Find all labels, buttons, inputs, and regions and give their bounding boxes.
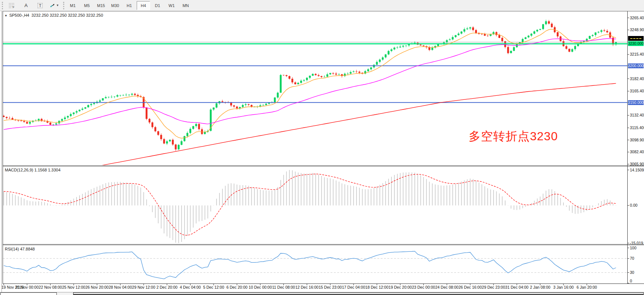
- rsi-panel[interactable]: [3, 251, 627, 279]
- date-label: 5 Dec 12:00: [203, 285, 224, 289]
- price-tick-label: 3248.900: [630, 27, 644, 32]
- svg-text:F: F: [13, 6, 14, 9]
- date-label: 29 Dec 23:00: [482, 285, 505, 289]
- mt4-window: F A T ▼ M1M5M15M30H1H4D1W1MN ▼SP500-,H4 …: [0, 0, 644, 295]
- letter-t-icon: T: [38, 3, 43, 8]
- text-label-button[interactable]: T: [33, 1, 47, 10]
- grid-f-icon: F: [9, 3, 15, 9]
- annotation-a-button[interactable]: A: [19, 1, 33, 10]
- date-label: 3 Jan 16:00: [553, 285, 574, 289]
- date-label: 2 Jan 08:00: [530, 285, 550, 289]
- diagonal-arrows-icon: [49, 3, 55, 9]
- date-label: 6 Dec 20:00: [227, 285, 248, 289]
- timeframe-button-d1[interactable]: D1: [151, 1, 164, 10]
- timeframe-button-w1[interactable]: W1: [165, 1, 178, 10]
- macd-name: MACD(12,26,9): [5, 168, 33, 172]
- chart-grid-button[interactable]: F: [5, 1, 19, 10]
- date-label: 26 Dec 16:00: [459, 285, 482, 289]
- date-label: 6 Jan 20:00: [577, 285, 597, 289]
- symbol-dropdown-icon[interactable]: ▼: [4, 14, 7, 17]
- dropdown-caret-icon[interactable]: ▼: [56, 4, 59, 7]
- date-label: 23 Dec 00:00: [412, 285, 435, 289]
- current-price-dashes: [630, 38, 641, 39]
- scrollbar-thumb[interactable]: [73, 292, 644, 295]
- timeframe-button-m1[interactable]: M1: [66, 1, 79, 10]
- current-price-box: [628, 36, 644, 41]
- price-tick-label: 3215.400: [630, 52, 644, 56]
- horizontal-scrollbar[interactable]: [0, 292, 644, 295]
- annotation-text[interactable]: 多空转折点3230: [469, 128, 558, 145]
- price-tick-label: 3165.400: [630, 89, 644, 93]
- macd-tick-label: 0.00: [630, 203, 637, 207]
- timeframe-bar: M1M5M15M30H1H4D1W1MN: [66, 1, 192, 10]
- objects-button[interactable]: ▼: [47, 1, 61, 10]
- timeframe-button-h1[interactable]: H1: [123, 1, 136, 10]
- date-label: 29 Nov 12:00: [132, 285, 155, 289]
- date-label: 21 Nov 00:00: [16, 285, 39, 289]
- toolbar: F A T ▼ M1M5M15M30H1H4D1W1MN: [0, 0, 644, 11]
- hline-price-box: 3150.000: [628, 100, 644, 105]
- rsi-tick-label: 70: [630, 256, 634, 260]
- date-label: 18 Dec 12:00: [365, 285, 388, 289]
- price-tick-label: 3098.900: [630, 138, 644, 142]
- rsi-name: RSI(14): [5, 247, 19, 251]
- macd-tick-label: -15.019: [630, 241, 643, 245]
- macd-tick-label: 14.1509: [630, 168, 644, 172]
- date-label: 11 Dec 08:00: [272, 285, 295, 289]
- date-label: 10 Dec 00:00: [249, 285, 272, 289]
- date-label: 31 Dec 04:00: [505, 285, 528, 289]
- ohlc-values: 3232.250 3232.250 3232.250 3232.250: [32, 13, 103, 17]
- date-label: 22 Nov 08:00: [39, 285, 62, 289]
- date-label: 4 Dec 04:00: [180, 285, 201, 289]
- date-label: 12 Dec 16:00: [295, 285, 318, 289]
- date-label: 26 Nov 20:00: [85, 285, 108, 289]
- date-label: 17 Dec 04:00: [342, 285, 365, 289]
- rsi-tick-label: 0: [630, 279, 632, 283]
- rsi-tick-label: 100: [630, 246, 637, 250]
- toolbar-grip-2[interactable]: [63, 2, 64, 9]
- date-label: 15 Dec 23:00: [319, 285, 342, 289]
- price-tick-label: 3065.900: [630, 162, 644, 166]
- price-tick-label: 3082.400: [630, 150, 644, 154]
- date-label: 19 Dec 20:00: [388, 285, 412, 289]
- symbol-name: SP500-,H4: [9, 13, 29, 17]
- date-label: 24 Dec 08:00: [435, 285, 458, 289]
- macd-indicator-label: MACD(12,26,9) 1.1568 1.3304: [5, 168, 61, 172]
- timeframe-button-m30[interactable]: M30: [108, 1, 122, 10]
- timeframe-button-h4[interactable]: H4: [137, 1, 150, 10]
- hline-price-box: 3230.000: [628, 41, 644, 46]
- scrollbar-left-segment[interactable]: [0, 292, 57, 295]
- timeframe-button-mn[interactable]: MN: [179, 1, 192, 10]
- chart-canvas[interactable]: [0, 0, 644, 295]
- rsi-indicator-label: RSI(14) 47.8848: [5, 247, 35, 251]
- macd-panel[interactable]: [3, 170, 616, 243]
- date-label: 2 Dec 20:00: [156, 285, 178, 289]
- macd-values: 1.1568 1.3304: [34, 168, 60, 172]
- panel-frame: [2, 11, 644, 292]
- price-tick-label: 3132.400: [630, 113, 644, 117]
- timeframe-button-m5[interactable]: M5: [80, 1, 94, 10]
- rsi-tick-label: 30: [630, 270, 634, 275]
- rsi-value: 47.8848: [20, 247, 35, 251]
- symbol-ohlc-label: ▼SP500-,H4 3232.250 3232.250 3232.250 32…: [4, 13, 103, 17]
- hline-price-box: 3200.000: [628, 63, 644, 68]
- price-tick-label: 3182.400: [630, 76, 644, 81]
- letter-a-icon: A: [25, 3, 28, 8]
- price-tick-label: 3265.400: [630, 16, 644, 20]
- date-label: 25 Nov 12:00: [62, 285, 85, 289]
- timeframe-button-m15[interactable]: M15: [94, 1, 108, 10]
- price-tick-label: 3115.400: [630, 125, 644, 130]
- date-label: 28 Nov 04:00: [109, 285, 132, 289]
- main-price-panel[interactable]: [3, 20, 628, 183]
- toolbar-grip[interactable]: [2, 2, 3, 9]
